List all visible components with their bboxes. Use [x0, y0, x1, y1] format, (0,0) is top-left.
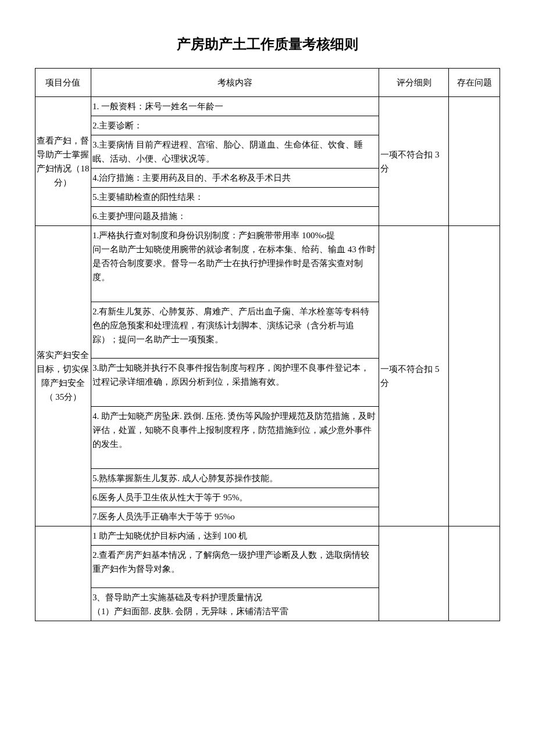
content-cell: 6.主要护理问题及措施：	[91, 207, 379, 226]
content-cell: 3、督导助产土实施基础及专科护理质量情况 （1）产妇面部. 皮肤. 会阴，无异味…	[91, 588, 379, 621]
content-cell: 4.治疗措施：主要用药及目的、手术名称及手术日共	[91, 169, 379, 188]
content-cell: 2.主要诊断：	[91, 116, 379, 135]
content-cell: 3.主要病情 目前产程进程、宫缩、胎心、阴道血、生命体征、饮食、睡眠、活动、小便…	[91, 135, 379, 169]
assessment-table: 项目分值 考核内容 评分细则 存在问题 查看产妇，督导助产士掌握产妇情况（18 …	[35, 68, 500, 621]
project-cell-3	[35, 526, 91, 621]
project-cell-1: 查看产妇，督导助产士掌握产妇情况（18 分）	[35, 97, 91, 226]
content-cell: 2.查看产房产妇基本情况，了解病危一级护理产诊断及人数，选取病情较重产妇作为督导…	[91, 546, 379, 588]
table-row: 查看产妇，督导助产士掌握产妇情况（18 分） 1. 一般资料：床号一姓名一年龄一…	[35, 97, 500, 116]
issue-cell-1	[449, 97, 500, 226]
header-project: 项目分值	[35, 69, 91, 97]
rule-cell-1: 一项不符合扣 3 分	[379, 97, 449, 226]
content-cell: 3.助产士知晓并执行不良事件报告制度与程序，阅护理不良事件登记本，过程记录详细准…	[91, 359, 379, 407]
content-cell: 2.有新生儿复苏、心肺复苏、肩难产、产后出血子痫、羊水栓塞等专科特色的应急预案和…	[91, 302, 379, 359]
content-cell: 5.主要辅助检查的阳性结果：	[91, 188, 379, 207]
table-header-row: 项目分值 考核内容 评分细则 存在问题	[35, 69, 500, 97]
content-cell: 4. 助产士知晓产房坠床. 跌倒. 压疮. 烫伤等风险护理规范及防范措施，及时评…	[91, 407, 379, 469]
table-row: 1 助产士知晓优护目标内涵，达到 100 机	[35, 526, 500, 546]
project-cell-2: 落实产妇安全目标，切实保障产妇安全 （ 35分）	[35, 226, 91, 526]
page-title: 产房助产土工作质量考核细则	[35, 35, 500, 53]
issue-cell-3	[449, 526, 500, 621]
content-cell: 7.医务人员洗手正确率大于等于 95%o	[91, 507, 379, 526]
rule-cell-3	[379, 526, 449, 621]
rule-cell-2: 一项不符合扣 5 分	[379, 226, 449, 526]
content-cell: 6.医务人员手卫生依从性大于等于 95%。	[91, 488, 379, 507]
header-issue: 存在问题	[449, 69, 500, 97]
header-content: 考核内容	[91, 69, 379, 97]
content-cell: 1. 一般资料：床号一姓名一年龄一	[91, 97, 379, 116]
header-rule: 评分细则	[379, 69, 449, 97]
issue-cell-2	[449, 226, 500, 526]
content-cell: 1 助产士知晓优护目标内涵，达到 100 机	[91, 526, 379, 546]
content-cell: 1.严格执行查对制度和身份识别制度：产妇腕带带用率 100%o提 问一名助产士知…	[91, 226, 379, 302]
content-cell: 5.熟练掌握新生儿复苏. 成人心肺复苏操作技能。	[91, 469, 379, 488]
table-row: 落实产妇安全目标，切实保障产妇安全 （ 35分） 1.严格执行查对制度和身份识别…	[35, 226, 500, 302]
